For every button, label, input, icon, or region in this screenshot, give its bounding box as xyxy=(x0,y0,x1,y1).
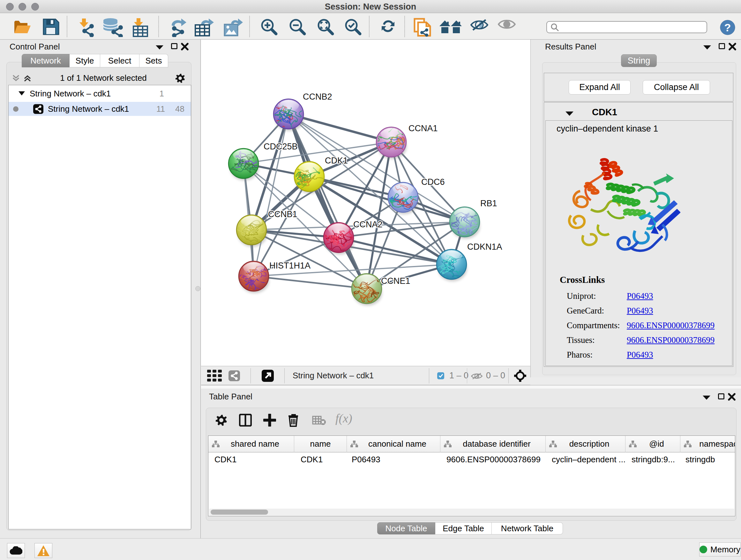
svg-text:CCNA1: CCNA1 xyxy=(408,124,438,133)
svg-text:CCNE1: CCNE1 xyxy=(381,276,410,286)
svg-text:CCNA2: CCNA2 xyxy=(353,220,383,229)
svg-text:CCNB1: CCNB1 xyxy=(268,209,297,219)
svg-text:CDC25B: CDC25B xyxy=(264,142,298,151)
svg-text:?: ? xyxy=(724,21,731,34)
svg-text:CDK1: CDK1 xyxy=(325,156,348,165)
svg-text:RB1: RB1 xyxy=(480,199,497,208)
svg-text:CCNB2: CCNB2 xyxy=(303,92,332,102)
svg-text:CDKN1A: CDKN1A xyxy=(467,242,502,252)
svg-text:HIST1H1A: HIST1H1A xyxy=(269,261,311,270)
svg-text:CDC6: CDC6 xyxy=(421,177,445,187)
